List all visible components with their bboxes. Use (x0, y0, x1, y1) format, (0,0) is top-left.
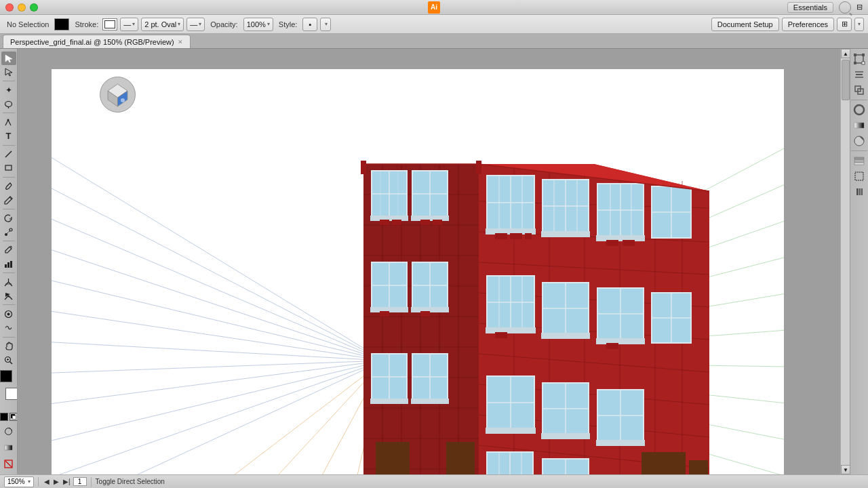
transform-panel-btn[interactable] (852, 52, 867, 66)
close-button[interactable] (5, 3, 14, 12)
canvas-area[interactable]: ▲ ▼ (18, 49, 850, 474)
color-mode-row (0, 413, 18, 421)
fill-swatch[interactable] (54, 18, 69, 30)
stroke-weight-dropdown[interactable]: —▾ (120, 18, 138, 31)
layers-panel-btn[interactable] (852, 153, 867, 168)
next-page-button[interactable]: ▶| (62, 478, 72, 485)
direct-selection-tool-btn[interactable] (1, 66, 16, 79)
minimize-button[interactable] (18, 3, 26, 12)
svg-rect-178 (486, 327, 536, 333)
transform-options-icon[interactable]: ⊞ (837, 18, 852, 31)
tab-label: Perspective_grid_final.ai @ 150% (RGB/Pr… (10, 38, 174, 46)
swatch-container (0, 370, 18, 392)
svg-rect-134 (370, 399, 408, 404)
line-tool-btn[interactable] (1, 148, 16, 161)
selection-tool-btn[interactable] (1, 52, 16, 65)
tab-close-icon[interactable]: ✕ (178, 39, 183, 45)
type-tool-btn[interactable]: T (1, 129, 16, 143)
stroke-style-dropdown[interactable]: 2 pt. Oval▾ (141, 18, 184, 31)
tool-separator-3 (3, 145, 15, 146)
page-navigation: ◀ ▶ ▶| (43, 477, 87, 486)
zoom-tool-btn[interactable] (1, 353, 16, 367)
svg-rect-239 (854, 160, 864, 162)
perspective-grid-tool-btn[interactable] (1, 275, 16, 289)
paintbrush-tool-btn[interactable] (1, 180, 16, 193)
symbols-tool-btn[interactable] (1, 307, 16, 321)
artboard (52, 69, 784, 474)
align-panel-btn[interactable] (852, 67, 867, 82)
rectangle-tool-btn[interactable] (1, 161, 16, 175)
eyedropper-tool-btn[interactable] (1, 243, 16, 257)
pathfinder-panel-btn[interactable] (852, 83, 867, 98)
titlebar-right-controls: Essentials ⊟ (787, 1, 863, 14)
hand-tool-btn[interactable] (1, 340, 16, 353)
svg-line-8 (7, 230, 10, 233)
pencil-tool-btn[interactable] (1, 193, 16, 207)
perspective-selection-tool-btn[interactable] (1, 289, 16, 303)
tool-separator-6 (3, 241, 15, 241)
svg-rect-129 (420, 311, 430, 317)
rotate-tool-btn[interactable] (1, 211, 16, 225)
foreground-color-swatch[interactable] (0, 370, 12, 382)
transform-options-dropdown[interactable]: ▾ (854, 18, 864, 31)
svg-rect-109 (380, 220, 389, 225)
main-area: ✦ T (0, 49, 868, 474)
page-number-input[interactable] (73, 477, 87, 486)
lasso-tool-btn[interactable] (1, 98, 16, 111)
warp-tool-btn[interactable] (1, 321, 16, 335)
appearance-panel-btn[interactable] (852, 134, 867, 148)
left-toolbar: ✦ T (0, 49, 18, 474)
style-dropdown[interactable]: ▾ (320, 18, 331, 31)
zoom-input[interactable]: 150% (7, 478, 28, 485)
collapse-button[interactable]: ⊟ (856, 3, 863, 12)
maximize-button[interactable] (30, 3, 38, 12)
gradient-panel-btn[interactable] (852, 118, 867, 133)
opacity-dropdown[interactable]: 100%▾ (243, 18, 273, 31)
svg-line-28 (5, 461, 12, 467)
svg-rect-184 (541, 333, 590, 339)
stroke-panel-btn[interactable] (852, 102, 867, 117)
no-selection-label: No Selection (4, 20, 52, 28)
variable-width-dropdown[interactable]: — ▾ (186, 18, 205, 31)
scroll-thumb[interactable] (842, 60, 850, 100)
scroll-down-button[interactable]: ▼ (841, 465, 850, 474)
swap-colors-icon[interactable] (9, 413, 18, 421)
preferences-button[interactable]: Preferences (782, 18, 834, 31)
prev-page-button[interactable]: ◀ (43, 478, 51, 485)
essentials-button[interactable]: Essentials (787, 2, 833, 13)
tool-separator-4 (3, 177, 15, 178)
search-icon[interactable] (839, 1, 851, 14)
background-color-swatch[interactable] (5, 388, 18, 400)
tool-separator-1 (3, 81, 15, 81)
style-swatch-btn[interactable]: ▪ (302, 18, 317, 31)
magic-wand-tool-btn[interactable]: ✦ (1, 83, 16, 97)
svg-line-3 (5, 151, 12, 157)
vertical-scrollbar[interactable]: ▲ ▼ (840, 49, 850, 474)
svg-rect-224 (361, 161, 366, 174)
color-mode-btn[interactable] (1, 424, 16, 439)
svg-rect-226 (854, 54, 856, 56)
none-btn[interactable] (1, 457, 16, 472)
stroke-swatch[interactable] (102, 18, 117, 30)
navigation-cube[interactable] (99, 76, 136, 113)
svg-rect-236 (854, 123, 864, 128)
default-colors-icon[interactable] (0, 413, 8, 421)
document-tab[interactable]: Perspective_grid_final.ai @ 150% (RGB/Pr… (3, 35, 191, 48)
zoom-control[interactable]: 150% ▾ (4, 476, 34, 487)
svg-rect-26 (5, 445, 12, 450)
play-button[interactable]: ▶ (52, 478, 60, 485)
opacity-label: Opacity: (208, 20, 240, 28)
pen-tool-btn[interactable] (1, 115, 16, 129)
svg-rect-117 (433, 220, 442, 225)
artboards-panel-btn[interactable] (852, 169, 867, 184)
scroll-up-button[interactable]: ▲ (841, 49, 850, 58)
tool-separator-9 (3, 337, 15, 338)
blend-tool-btn[interactable] (1, 226, 16, 239)
libraries-panel-btn[interactable] (852, 184, 867, 199)
gradient-btn[interactable] (1, 441, 16, 455)
building-container (201, 113, 709, 474)
document-setup-button[interactable]: Document Setup (711, 18, 779, 31)
chart-tool-btn[interactable] (1, 258, 16, 271)
tool-separator-7 (3, 272, 15, 273)
svg-point-20 (7, 312, 10, 315)
